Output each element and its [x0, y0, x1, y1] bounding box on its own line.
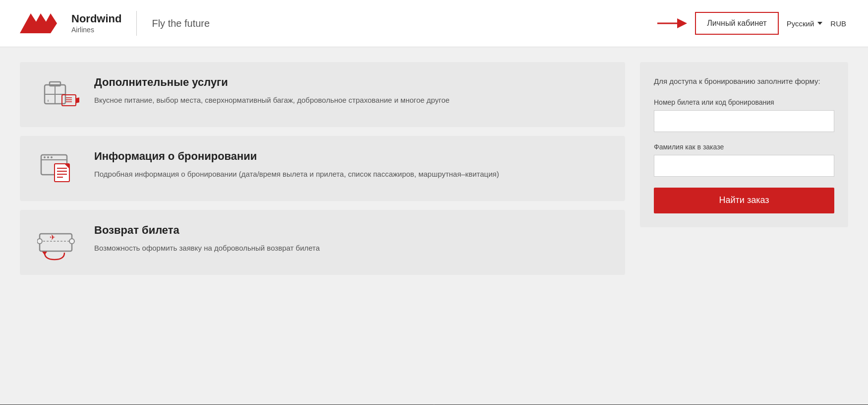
- ticket-number-group: Номер билета или код бронирования: [654, 98, 834, 132]
- svg-point-29: [37, 239, 42, 244]
- svg-point-30: [69, 239, 74, 244]
- logo-sub: Airlines: [71, 26, 121, 34]
- personal-cabinet-button[interactable]: Личный кабинет: [695, 12, 778, 35]
- svg-marker-32: [42, 252, 47, 255]
- additional-services-card[interactable]: Дополнительные услуги Вкусное питание, в…: [20, 62, 625, 127]
- booking-info-card[interactable]: Информация о бронировании Подробная инфо…: [20, 136, 625, 201]
- booking-info-icon: [36, 150, 80, 187]
- right-column: Для доступа к бронированию заполните фор…: [640, 62, 848, 390]
- ticket-number-label: Номер билета или код бронирования: [654, 98, 834, 106]
- lang-chevron-icon: [817, 22, 822, 25]
- svg-point-20: [51, 156, 53, 158]
- surname-input[interactable]: [654, 155, 834, 177]
- main-content: Дополнительные услуги Вкусное питание, в…: [0, 47, 868, 405]
- ticket-return-card[interactable]: ✈ Возврат билета Возможность оформить за…: [20, 210, 625, 275]
- ticket-return-desc: Возможность оформить заявку на доброволь…: [94, 243, 320, 254]
- additional-services-icon: [36, 76, 80, 113]
- header-right: Личный кабинет Русский RUB: [657, 12, 848, 35]
- svg-marker-4: [677, 18, 687, 28]
- ticket-return-icon: ✈: [36, 224, 80, 261]
- left-column: Дополнительные услуги Вкусное питание, в…: [20, 62, 625, 390]
- svg-text:✈: ✈: [50, 233, 56, 241]
- svg-rect-27: [40, 234, 72, 251]
- arrow-container: [657, 16, 687, 30]
- additional-services-text: Дополнительные услуги Вкусное питание, в…: [94, 76, 450, 106]
- surname-group: Фамилия как в заказе: [654, 143, 834, 177]
- logo-text: Nordwind Airlines: [71, 12, 121, 34]
- booking-form-panel: Для доступа к бронированию заполните фор…: [640, 62, 848, 227]
- svg-marker-12: [76, 97, 79, 103]
- nordwind-logo-icon: [20, 8, 64, 38]
- arrow-icon: [657, 16, 687, 30]
- ticket-return-title: Возврат билета: [94, 224, 320, 237]
- svg-point-19: [47, 156, 49, 158]
- header-slogan: Fly the future: [152, 18, 657, 29]
- lang-label: Русский: [787, 19, 814, 28]
- header-divider: [136, 11, 137, 36]
- logo-name: Nordwind: [71, 12, 121, 25]
- currency-selector[interactable]: RUB: [830, 19, 848, 28]
- language-selector[interactable]: Русский: [787, 19, 823, 28]
- svg-point-18: [44, 156, 46, 158]
- search-button[interactable]: Найти заказ: [654, 188, 834, 213]
- header: Nordwind Airlines Fly the future Личный …: [0, 0, 868, 47]
- surname-label: Фамилия как в заказе: [654, 143, 834, 151]
- panel-description: Для доступа к бронированию заполните фор…: [654, 76, 834, 87]
- additional-services-desc: Вкусное питание, выбор места, сверхнорма…: [94, 95, 450, 106]
- return-ticket-icon: ✈: [37, 224, 79, 261]
- ticket-number-input[interactable]: [654, 110, 834, 132]
- booking-info-text: Информация о бронировании Подробная инфо…: [94, 150, 499, 180]
- logo-area: Nordwind Airlines: [20, 8, 121, 38]
- currency-label: RUB: [830, 19, 846, 28]
- booking-icon: [37, 150, 79, 187]
- booking-info-desc: Подробная информация о бронировании (дат…: [94, 169, 499, 180]
- booking-info-title: Информация о бронировании: [94, 150, 499, 163]
- ticket-return-text: Возврат билета Возможность оформить заяв…: [94, 224, 320, 254]
- additional-services-title: Дополнительные услуги: [94, 76, 450, 89]
- luggage-icon: [37, 76, 79, 113]
